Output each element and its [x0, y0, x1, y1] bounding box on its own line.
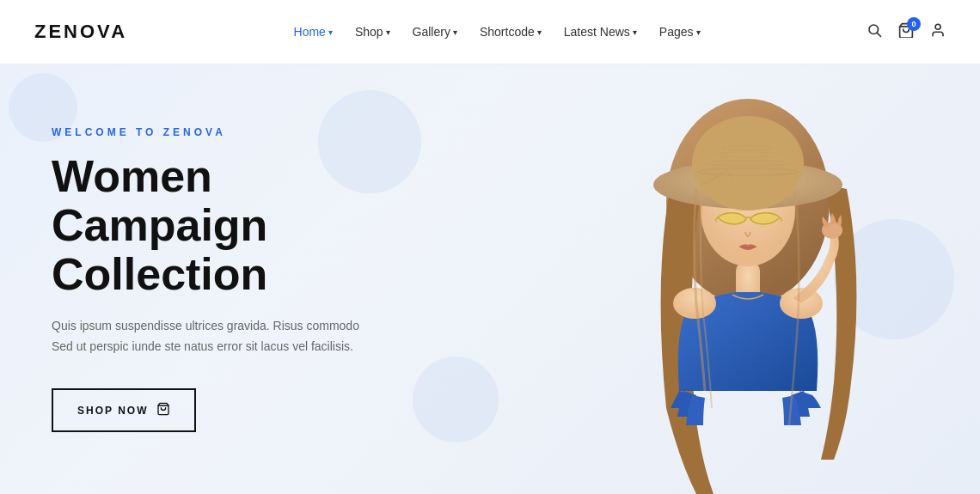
- svg-line-1: [877, 33, 880, 36]
- main-nav: Home ▾ Shop ▾ Gallery ▾ Shortcode ▾ Late…: [285, 20, 709, 44]
- nav-item-shop[interactable]: Shop ▾: [346, 20, 399, 44]
- chevron-down-icon: ▾: [696, 27, 701, 37]
- chevron-down-icon: ▾: [633, 27, 637, 37]
- user-icon[interactable]: [930, 22, 946, 42]
- header-actions: 0: [867, 22, 946, 42]
- cart-badge: 0: [907, 17, 921, 31]
- hero-section: WELCOME TO ZENOVA Women Campaign Collect…: [0, 64, 980, 494]
- nav-item-gallery[interactable]: Gallery ▾: [404, 20, 466, 44]
- header: ZENOVA Home ▾ Shop ▾ Gallery ▾ Shortcode…: [0, 0, 980, 64]
- svg-point-3: [935, 24, 940, 29]
- nav-item-latest-news[interactable]: Latest News ▾: [555, 20, 646, 44]
- hero-subtitle: WELCOME TO ZENOVA: [52, 126, 413, 138]
- nav-item-home[interactable]: Home ▾: [285, 20, 341, 44]
- chevron-down-icon: ▾: [453, 27, 457, 37]
- shopping-bag-icon: [156, 402, 170, 418]
- fashion-illustration: [567, 64, 928, 494]
- hero-content: WELCOME TO ZENOVA Women Campaign Collect…: [0, 126, 413, 432]
- chevron-down-icon: ▾: [537, 27, 542, 37]
- shop-now-button[interactable]: SHOP NOW: [52, 388, 196, 432]
- brand-logo[interactable]: ZENOVA: [34, 21, 127, 43]
- hero-description: Quis ipsum suspendisse ultrices gravida.…: [52, 316, 361, 357]
- chevron-down-icon: ▾: [386, 27, 390, 37]
- hero-title: Women Campaign Collection: [52, 152, 413, 300]
- nav-item-shortcode[interactable]: Shortcode ▾: [471, 20, 550, 44]
- search-icon[interactable]: [867, 22, 882, 42]
- cart-icon[interactable]: 0: [897, 22, 915, 42]
- nav-item-pages[interactable]: Pages ▾: [651, 20, 709, 44]
- hero-image: [447, 64, 980, 494]
- svg-point-12: [692, 116, 804, 210]
- chevron-down-icon: ▾: [328, 27, 333, 37]
